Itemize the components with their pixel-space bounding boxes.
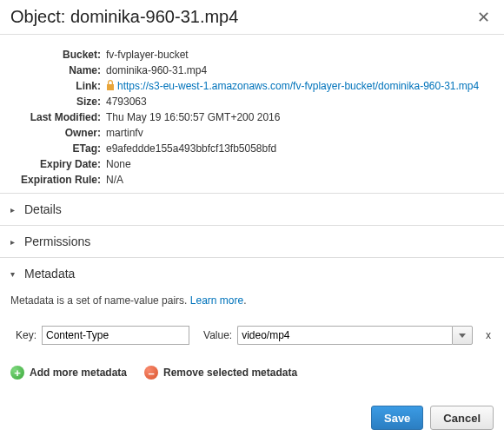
remove-metadata-button[interactable]: – Remove selected metadata [144,366,297,380]
etag-label: ETag: [10,141,106,156]
size-label: Size: [10,94,106,109]
object-name: dominika-960-31.mp4 [70,7,238,26]
metadata-description: Metadata is a set of name-value pairs. L… [10,294,494,307]
expiration-value: N/A [106,172,494,188]
title-prefix: Object: [10,7,70,26]
last-modified-label: Last Modified: [10,109,106,125]
page-title: Object: dominika-960-31.mp4 [10,7,238,27]
section-metadata-label: Metadata [24,267,75,281]
bucket-label: Bucket: [10,47,106,63]
name-value: dominika-960-31.mp4 [106,63,494,78]
save-button[interactable]: Save [371,406,423,430]
expiration-label: Expiration Rule: [10,172,106,188]
section-permissions[interactable]: ▸ Permissions [0,226,504,257]
metadata-value-input[interactable] [237,326,452,345]
etag-value: e9afeddde155a493bbfcf13fb5058bfd [106,141,494,156]
metadata-value-dropdown[interactable] [452,326,473,345]
link-label: Link: [10,78,106,94]
properties-block: Bucket: fv-fvplayer-bucket Name: dominik… [0,35,504,193]
size-value: 4793063 [106,94,494,109]
close-icon[interactable]: ✕ [474,8,494,27]
section-details[interactable]: ▸ Details [0,194,504,225]
last-modified-value: Thu May 19 16:50:57 GMT+200 2016 [106,109,494,125]
key-label: Key: [16,329,36,341]
minus-icon: – [144,366,158,380]
owner-value: martinfv [106,125,494,141]
section-permissions-label: Permissions [24,235,90,248]
owner-label: Owner: [10,125,106,141]
chevron-right-icon: ▸ [10,205,19,215]
learn-more-link[interactable]: Learn more [190,294,243,307]
add-metadata-button[interactable]: + Add more metadata [10,366,127,380]
expiry-label: Expiry Date: [10,156,106,172]
chevron-down-icon [459,334,466,338]
add-metadata-label: Add more metadata [30,367,127,379]
value-label: Value: [203,329,232,341]
metadata-row: Key: Value: x [10,320,494,360]
lock-icon [106,79,115,89]
expiry-value: None [106,156,494,172]
chevron-right-icon: ▸ [10,237,19,247]
remove-row-button[interactable]: x [478,329,494,341]
object-link[interactable]: https://s3-eu-west-1.amazonaws.com/fv-fv… [117,80,479,92]
section-details-label: Details [24,202,62,216]
remove-metadata-label: Remove selected metadata [163,367,297,379]
chevron-down-icon: ▾ [10,269,19,279]
name-label: Name: [10,63,106,78]
bucket-value: fv-fvplayer-bucket [106,47,494,63]
cancel-button[interactable]: Cancel [430,406,494,430]
section-metadata[interactable]: ▾ Metadata [0,258,504,289]
metadata-key-input[interactable] [42,326,189,345]
plus-icon: + [10,366,24,380]
